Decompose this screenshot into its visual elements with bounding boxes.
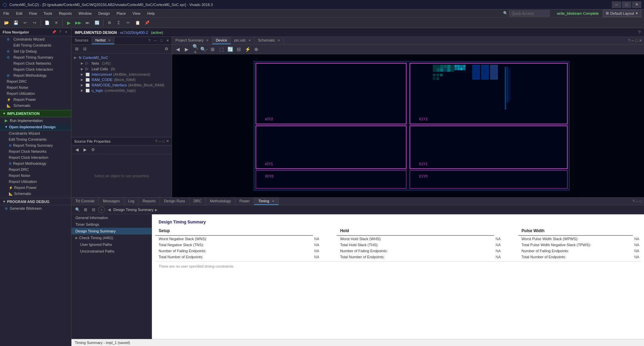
flow-nav-help-button[interactable]: ? — [58, 30, 62, 34]
tab-tcl-console[interactable]: Tcl Console — [71, 198, 99, 205]
cut-button[interactable]: ✂ — [124, 19, 132, 27]
tree-u-logic[interactable]: ▶ ⬜ u_logic (cortexm0ds_logic) — [71, 88, 172, 93]
timing-tab-close[interactable]: ✕ — [272, 199, 274, 203]
nav-item-report-noise-rtl[interactable]: Report Noise — [0, 84, 71, 90]
src-props-settings[interactable]: ⚙ — [90, 146, 96, 153]
fit-button[interactable]: ⊞ — [209, 46, 216, 53]
nav-item-edit-timing-impl[interactable]: Edit Timing Constraints — [0, 136, 71, 142]
nav-item-report-methodology-rtl[interactable]: ⚙ Report Methodology — [0, 72, 71, 78]
bottom-minimize[interactable]: ─ — [636, 199, 639, 203]
tree-interconnect[interactable]: ▶ ⬜ Interconncet (AHBlite_Interconnect) — [71, 72, 172, 77]
menu-help[interactable]: Help — [144, 9, 158, 17]
nav-item-constraints-wizard[interactable]: ⚙ Constraints Wizard — [0, 36, 71, 42]
nav-item-schematic-rtl[interactable]: 📐 Schematic — [0, 102, 71, 109]
run-all-button[interactable]: ▶▶ — [74, 19, 83, 27]
tab-power[interactable]: Power — [235, 198, 254, 205]
paste-button[interactable]: 📌 — [143, 19, 151, 27]
zoom-in-button[interactable]: 🔍+ — [192, 46, 199, 53]
device-panel-maximize[interactable]: □ — [635, 39, 638, 43]
implementation-section-header[interactable]: ▼ IMPLEMENTATION — [0, 110, 71, 117]
nav-item-report-power-impl[interactable]: ⚡ Report Power — [0, 185, 71, 191]
nav-item-report-clock-int-impl[interactable]: Report Clock Interaction — [0, 154, 71, 160]
tab-design-runs[interactable]: Design Runs — [160, 198, 190, 205]
copy-button[interactable]: 📋 — [133, 19, 142, 27]
src-props-close[interactable]: ✕ — [166, 139, 169, 143]
nav-item-report-clock-nets-rtl[interactable]: Report Clock Networks — [0, 60, 71, 66]
sources-maximize-button[interactable]: □ — [159, 38, 164, 43]
sources-close-button[interactable]: ✕ — [165, 38, 170, 43]
tab-device[interactable]: Device — [212, 37, 231, 44]
nav-item-report-noise-impl[interactable]: Report Noise — [0, 172, 71, 179]
device-panel-close[interactable]: ✕ — [639, 39, 642, 43]
undo-button[interactable]: ↩ — [21, 19, 30, 27]
layout-selector[interactable]: ⊞ Default Layout ▼ — [603, 10, 641, 17]
close-button[interactable]: ✕ — [632, 1, 641, 8]
tab-log[interactable]: Log — [124, 198, 139, 205]
menu-design[interactable]: Design — [95, 9, 113, 17]
run-button[interactable]: ▶ — [64, 19, 73, 27]
impl-bar-help[interactable]: ? — [638, 30, 641, 35]
tab-methodology[interactable]: Methodology — [206, 198, 235, 205]
layout-button[interactable]: ⊟ — [235, 46, 243, 53]
redo-button[interactable]: ↪ — [30, 19, 39, 27]
timing-search-button[interactable]: 🔍 — [74, 206, 81, 213]
expand-all-button[interactable]: ⊞ — [73, 46, 80, 52]
tab-reports[interactable]: Reports — [139, 198, 160, 205]
flow-nav-close-button[interactable]: ✕ — [64, 30, 68, 34]
menu-place[interactable]: Place — [113, 9, 129, 17]
sources-minimize-button[interactable]: ─ — [153, 38, 158, 43]
maximize-button[interactable]: □ — [622, 1, 631, 8]
refresh-device-button[interactable]: 🔄 — [226, 46, 234, 53]
collapse-all-button[interactable]: ⊟ — [82, 46, 88, 52]
program-debug-section-header[interactable]: ▼ PROGRAM AND DEBUG — [0, 198, 71, 205]
nav-item-report-clock-int-rtl[interactable]: Report Clock Interaction — [0, 66, 71, 72]
timing-expand-button[interactable]: ⊞ — [82, 206, 89, 213]
nav-item-report-util-rtl[interactable]: Report Utilization — [0, 90, 71, 96]
tab-drc[interactable]: DRC — [190, 198, 206, 205]
minimize-button[interactable]: ─ — [612, 1, 621, 8]
nav-item-schematic-impl[interactable]: 📐 Schematic — [0, 191, 71, 197]
timing-right-arrow[interactable]: ▶ — [155, 208, 158, 212]
device-panel-minimize[interactable]: ─ — [632, 39, 634, 43]
nav-item-report-power-rtl[interactable]: ⚡ Report Power — [0, 96, 71, 102]
src-props-help[interactable]: ? — [155, 139, 157, 143]
nav-item-run-impl[interactable]: ▶ Run Implementation — [0, 117, 71, 124]
nav-item-report-methodology-impl[interactable]: ⚙ Report Methodology — [0, 160, 71, 166]
menu-flow[interactable]: Flow — [26, 9, 40, 17]
nav-item-report-timing-rtl[interactable]: ⚙ Report Timing Summary — [0, 54, 71, 60]
tab-timing[interactable]: Timing ✕ — [254, 198, 279, 205]
step-button[interactable]: ⏭ — [83, 19, 92, 27]
nav-item-report-util-impl[interactable]: Report Utilization — [0, 179, 71, 185]
save-button[interactable]: 💾 — [11, 19, 20, 27]
quick-access-input[interactable] — [509, 10, 549, 16]
nav-item-report-drc-rtl[interactable]: Report DRC — [0, 78, 71, 84]
nav-item-open-impl[interactable]: ▼ Open Implemented Design — [0, 124, 71, 130]
tab-netlist[interactable]: Netlist ✕ — [92, 37, 114, 44]
timing-nav-timer-settings[interactable]: Timer Settings — [71, 221, 152, 228]
src-props-maximize[interactable]: □ — [162, 139, 165, 143]
sigma-button[interactable]: Σ — [114, 19, 123, 27]
timing-collapse-button[interactable]: ⊟ — [90, 206, 97, 213]
tab-pin-xdc[interactable]: pin.xdc ✕ — [231, 37, 255, 44]
select-button[interactable]: ⊕ — [253, 46, 260, 53]
menu-view[interactable]: View — [129, 9, 144, 17]
menu-file[interactable]: File — [0, 9, 13, 17]
src-props-forward[interactable]: ▶ — [82, 146, 88, 153]
settings-button[interactable]: ⚙ — [105, 19, 114, 27]
report-button[interactable]: 📄 — [43, 19, 51, 27]
nav-item-generate-bitstream[interactable]: ⚙ Generate Bitstream — [0, 205, 71, 211]
nav-item-setup-debug[interactable]: ⚙ Set Up Debug — [0, 48, 71, 54]
pin-xdc-close[interactable]: ✕ — [248, 39, 251, 42]
tab-sources[interactable]: Sources — [71, 37, 92, 44]
src-props-minimize[interactable]: ─ — [159, 139, 161, 143]
timing-nav-unconstrained-paths[interactable]: Unconstrained Paths — [71, 248, 152, 255]
nav-item-constraints-wiz-impl[interactable]: Constraints Wizard — [0, 130, 71, 136]
project-summary-close[interactable]: ✕ — [206, 39, 209, 42]
schematic-close[interactable]: ✕ — [277, 39, 280, 42]
tree-ram-code[interactable]: ▶ ⬜ RAM_CODE (Block_RAM) — [71, 77, 172, 82]
timing-nav-user-ignored-paths[interactable]: User Ignored Paths — [71, 241, 152, 248]
nav-item-edit-timing[interactable]: Edit Timing Constraints — [0, 42, 71, 48]
tab-schematic[interactable]: Schematic ✕ — [255, 37, 284, 44]
device-panel-help[interactable]: ? — [628, 39, 630, 43]
timing-nav-design-timing-summary[interactable]: Design Timing Summary — [71, 228, 152, 234]
